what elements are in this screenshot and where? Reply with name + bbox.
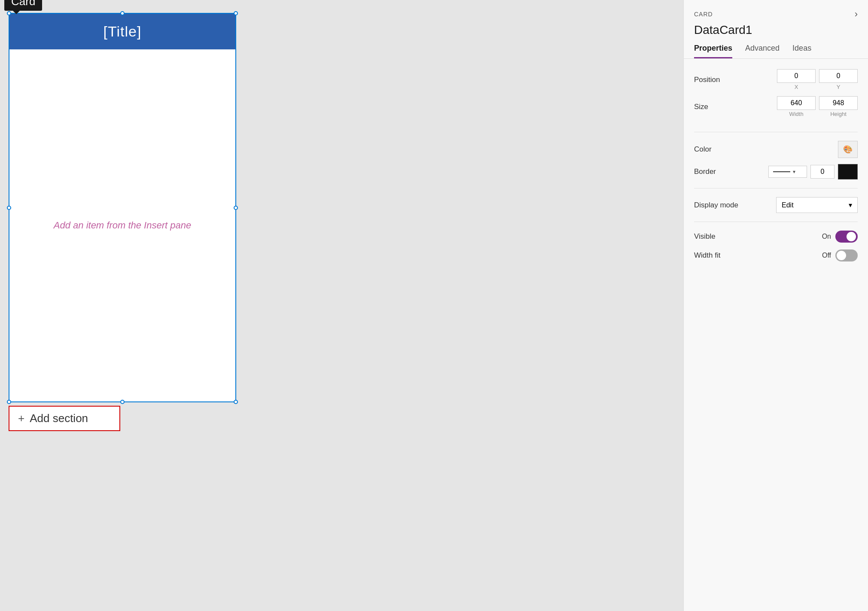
card-placeholder: Add an item from the Insert pane [54,220,191,231]
position-x-group: X [777,69,816,90]
tab-properties[interactable]: Properties [694,44,732,58]
add-section-button[interactable]: + Add section [9,406,120,431]
display-mode-chevron-icon: ▾ [849,201,852,209]
canvas-area: Card [Title] Add an item from the Insert… [0,0,683,611]
display-mode-row: Display mode Edit ▾ [694,197,858,213]
position-x-input[interactable] [777,69,816,83]
size-width-label: Width [789,111,803,117]
border-style-chevron: ▾ [793,169,795,175]
display-mode-label: Display mode [694,201,738,210]
visible-toggle-text: On [822,233,831,240]
panel-tabs: Properties Advanced Ideas [684,44,868,59]
size-height-label: Height [830,111,847,117]
card-tooltip-label: Card [4,0,42,11]
panel-card-type: CARD [694,11,713,18]
width-fit-toggle[interactable] [835,249,858,261]
size-height-input[interactable] [819,96,858,110]
color-row: Color 🎨 [694,141,858,158]
add-section-label: Add section [30,412,88,425]
width-fit-label: Width fit [694,251,720,260]
position-inputs: X Y [777,69,858,90]
panel-content: Position X Y Size [684,59,868,279]
add-section-plus-icon: + [18,412,24,425]
position-row: Position X Y [694,69,858,90]
panel-title: DataCard1 [684,20,868,37]
tab-advanced[interactable]: Advanced [745,44,780,58]
panel-header: CARD › [684,0,868,20]
handle-top-right[interactable] [234,11,238,15]
color-label: Color [694,145,712,154]
visible-row: Visible On [694,231,858,243]
handle-bottom-left[interactable] [7,400,11,404]
size-height-group: Height [819,96,858,117]
size-row: Size Width Height [694,96,858,117]
border-line-preview [773,171,790,172]
handle-bottom-right[interactable] [234,400,238,404]
handle-top-left[interactable] [7,11,11,15]
card-container[interactable]: [Title] Add an item from the Insert pane [9,13,236,402]
visible-toggle[interactable] [835,231,858,243]
position-section: Position X Y Size [694,69,858,132]
position-y-group: Y [819,69,858,90]
width-fit-row: Width fit Off [694,249,858,261]
right-panel: CARD › DataCard1 Properties Advanced Ide… [683,0,868,611]
width-fit-toggle-text: Off [822,252,831,259]
handle-top-center[interactable] [120,11,125,15]
display-mode-select[interactable]: Edit ▾ [776,197,858,213]
handle-middle-left[interactable] [7,206,11,210]
border-controls: ▾ [768,164,858,179]
card-wrapper: Card [Title] Add an item from the Insert… [9,13,236,431]
position-x-label: X [795,84,798,90]
position-y-input[interactable] [819,69,858,83]
border-style-select[interactable]: ▾ [768,166,807,178]
color-border-section: Color 🎨 Border ▾ [694,141,858,188]
color-picker-icon: 🎨 [843,145,853,154]
position-y-label: Y [837,84,841,90]
card-header: [Title] [9,14,235,49]
size-width-input[interactable] [777,96,816,110]
size-label: Size [694,103,708,111]
panel-close-button[interactable]: › [855,9,858,20]
visible-label: Visible [694,232,716,241]
divider-1 [694,222,858,222]
handle-middle-right[interactable] [234,206,238,210]
color-swatch-button[interactable]: 🎨 [838,141,858,158]
border-value-input[interactable] [810,165,834,179]
card-body: Add an item from the Insert pane [9,49,235,401]
tab-ideas[interactable]: Ideas [792,44,811,58]
border-color-swatch[interactable] [838,164,858,179]
position-label: Position [694,76,720,84]
handle-bottom-center[interactable] [120,400,125,404]
border-row: Border ▾ [694,164,858,179]
border-label: Border [694,167,716,176]
display-mode-value: Edit [782,201,794,209]
size-width-group: Width [777,96,816,117]
width-fit-toggle-group: Off [822,249,858,261]
size-inputs: Width Height [777,96,858,117]
visible-toggle-group: On [822,231,858,243]
